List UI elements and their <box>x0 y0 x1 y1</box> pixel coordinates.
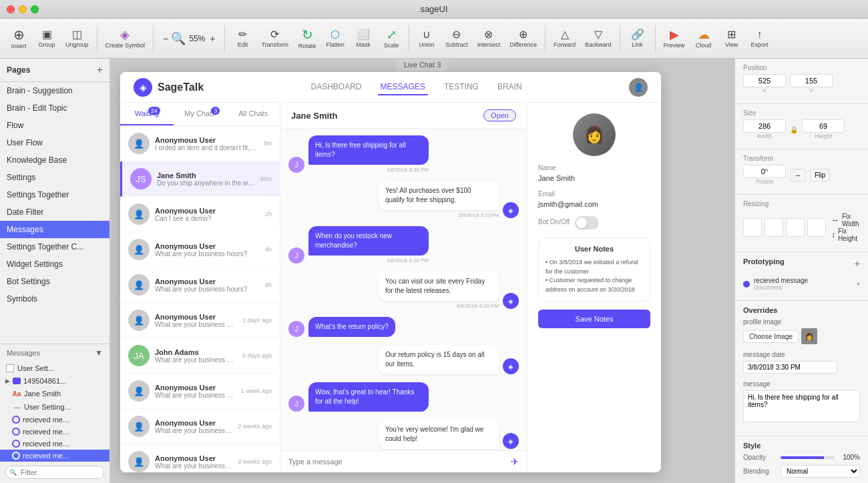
message-textarea[interactable]: Hi, Is there free shipping for all items… <box>743 390 860 422</box>
opacity-slider[interactable] <box>781 456 835 459</box>
layer-user-settings[interactable]: User Sett... <box>0 362 110 375</box>
chat-item[interactable]: 👤 Anonymous User What are your business … <box>120 232 280 268</box>
chat-name: Jane Smith <box>157 171 254 179</box>
filter-input[interactable] <box>5 466 104 479</box>
chat-item[interactable]: 👤 Anonymous User What are your business … <box>120 409 280 444</box>
send-button[interactable]: ✈ <box>511 456 519 467</box>
toolbar-divider-5 <box>545 25 546 52</box>
mask-button[interactable]: ⬜ Mask <box>350 27 377 51</box>
pos-y-input[interactable] <box>790 74 833 87</box>
layer-received-4[interactable]: recieved me... <box>0 450 110 462</box>
chat-item[interactable]: 👤 Anonymous User What are your business … <box>120 374 280 409</box>
edit-button[interactable]: ✏ Edit <box>229 27 256 51</box>
backward-button[interactable]: ▽ Backward <box>581 27 616 51</box>
bot-toggle[interactable] <box>575 216 599 229</box>
sidebar-item-settings-together[interactable]: Settings Together <box>0 186 110 203</box>
minimize-button[interactable] <box>19 5 27 13</box>
tab-my-chats[interactable]: My Chats 3 <box>174 103 227 125</box>
sidebar-item-widget-settings[interactable]: Widget Settings <box>0 256 110 273</box>
nav-messages[interactable]: MESSAGES <box>378 79 428 95</box>
tab-all-chats[interactable]: All Chats <box>226 103 280 125</box>
chat-status-button[interactable]: Open <box>483 109 516 121</box>
sidebar-item-bot-settings[interactable]: Bot Settings <box>0 273 110 290</box>
layer-received-1[interactable]: recieved me... <box>0 414 110 426</box>
chat-item[interactable]: 👤 Anonymous User I orded an item and it … <box>120 126 280 161</box>
add-page-button[interactable]: + <box>97 64 103 76</box>
chat-item[interactable]: 👤 Anonymous User What are your business … <box>120 303 280 338</box>
window-controls <box>7 5 39 13</box>
layer-received-3[interactable]: recieved me... <box>0 438 110 450</box>
difference-button[interactable]: ⊕ Difference <box>505 27 541 51</box>
sidebar-item-flow[interactable]: Flow <box>0 117 110 134</box>
tab-waiting[interactable]: Waiting 24 <box>120 103 174 125</box>
preview-button[interactable]: ▶ Preview <box>660 26 689 51</box>
flip-h-button[interactable]: ↔ <box>790 169 806 181</box>
chat-item[interactable]: 👤 Anonymous User What are your business … <box>120 268 280 303</box>
flatten-button[interactable]: ⬡ Flatten <box>322 27 349 51</box>
chat-item[interactable]: JS Jane Smith Do you ship anywhere in th… <box>120 161 280 197</box>
transform-button[interactable]: ⟳ Transform <box>257 27 292 51</box>
nav-brain[interactable]: BRAIN <box>495 79 525 95</box>
chat-items-list: 👤 Anonymous User I orded an item and it … <box>120 126 280 472</box>
sidebar-item-brain-edit-topic[interactable]: Brain - Edit Topic <box>0 99 110 117</box>
layer-folder[interactable]: ▶ 149504861... <box>0 375 110 387</box>
maximize-button[interactable] <box>31 5 39 13</box>
rotate-input[interactable] <box>743 165 786 178</box>
link-button[interactable]: 🔗 Link <box>624 27 651 51</box>
layer-received-2[interactable]: recieved me... <box>0 426 110 438</box>
create-symbol-button[interactable]: ◈ Create Symbol <box>101 26 150 51</box>
layer-user-setting-line[interactable]: — User Setting... <box>0 400 110 414</box>
proto-link[interactable]: recieved message Document/ ▾ <box>743 274 860 295</box>
cloud-button[interactable]: ☁ Cloud <box>690 26 717 51</box>
flip-v-button[interactable]: Flip <box>810 169 830 181</box>
forward-button[interactable]: △ Forward <box>550 27 580 51</box>
subtract-button[interactable]: ⊖ Subtract <box>441 27 472 51</box>
view-button[interactable]: ⊞ View <box>718 27 745 51</box>
scale-minus-button[interactable]: − <box>162 33 170 44</box>
export-button[interactable]: ↑ Export <box>746 27 773 51</box>
scale-plus-button[interactable]: + <box>208 33 216 44</box>
blending-select[interactable]: Normal <box>781 465 860 478</box>
chat-input[interactable] <box>288 458 505 466</box>
resize-box-1[interactable] <box>743 218 762 237</box>
message-date-input[interactable] <box>743 361 837 374</box>
save-notes-button[interactable]: Save Notes <box>538 310 650 328</box>
sidebar-item-settings[interactable]: Settings <box>0 169 110 186</box>
layers-toggle[interactable]: ▼ <box>95 348 103 358</box>
resize-box-4[interactable] <box>807 218 826 237</box>
nav-avatar[interactable]: 👤 <box>629 78 648 97</box>
insert-button[interactable]: ⊕ Insert <box>5 25 32 52</box>
scale2-button[interactable]: ⤢ Scale <box>378 26 405 51</box>
ungroup-button[interactable]: ◫ Ungroup <box>61 27 93 51</box>
chat-item[interactable]: 👤 Anonymous User What are your business … <box>120 444 280 472</box>
user-notes-section: User Notes • On 3/8/2018 we initiated a … <box>538 237 650 302</box>
size-w-input[interactable] <box>743 119 786 133</box>
sidebar-item-brain-suggestion[interactable]: Brain - Suggestion <box>0 82 110 99</box>
chat-item[interactable]: JA John Adams What are your business hou… <box>120 338 280 374</box>
size-h-input[interactable] <box>802 119 845 133</box>
chat-item[interactable]: 👤 Anonymous User Can I see a demo? 2h <box>120 197 280 232</box>
sidebar-item-date-filter[interactable]: Date Filter <box>0 203 110 221</box>
close-button[interactable] <box>7 5 15 13</box>
group-button[interactable]: ▣ Group <box>33 27 60 51</box>
layer-label: recieved me... <box>23 440 69 448</box>
sidebar-item-settings-together-c[interactable]: Settings Together C... <box>0 238 110 256</box>
add-prototype-button[interactable]: + <box>855 258 860 269</box>
sidebar-item-messages[interactable]: Messages <box>0 221 110 238</box>
union-button[interactable]: ∪ Union <box>413 27 440 51</box>
pos-x-input[interactable] <box>743 74 786 87</box>
nav-dashboard[interactable]: DASHBOARD <box>308 79 365 95</box>
backward-label: Backward <box>585 41 612 48</box>
rotate-button[interactable]: ↻ Rotate <box>294 25 320 52</box>
layer-jane-smith[interactable]: Aa Jane Smith <box>0 387 110 400</box>
lock-icon: 🔒 <box>790 126 798 133</box>
resize-box-2[interactable] <box>765 218 783 237</box>
nav-testing[interactable]: TESTING <box>441 79 481 95</box>
sidebar-item-knowledge-base[interactable]: Knowledge Base <box>0 151 110 169</box>
sidebar-item-symbols[interactable]: Symbols <box>0 290 110 308</box>
sidebar-item-user-flow[interactable]: User Flow <box>0 134 110 151</box>
intersect-button[interactable]: ⊗ Intersect <box>473 27 505 51</box>
union-label: Union <box>419 41 435 48</box>
choose-image-button[interactable]: Choose Image <box>743 330 799 343</box>
resize-box-3[interactable] <box>786 218 805 237</box>
